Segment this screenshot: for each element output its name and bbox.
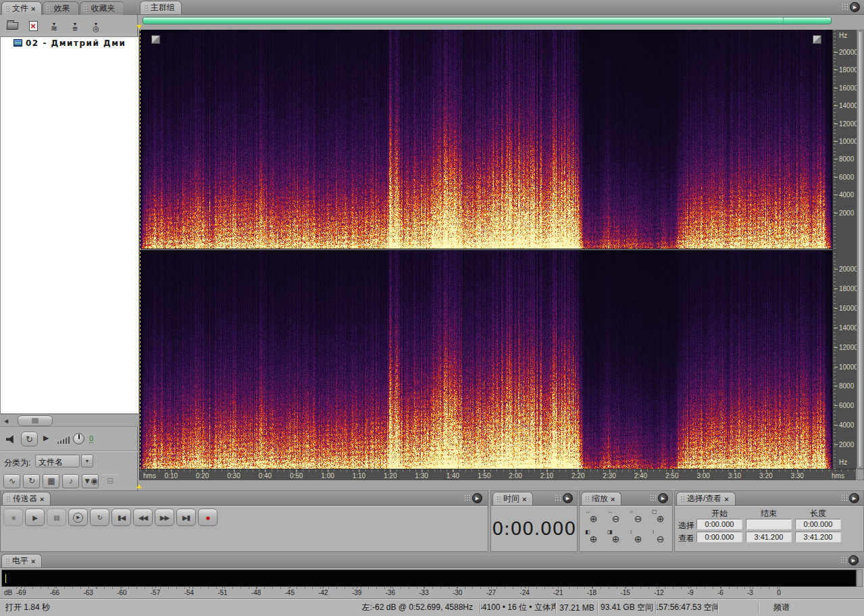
vertical-scrollbar[interactable]: [857, 30, 864, 469]
rewind-button[interactable]: ◀◀: [133, 509, 153, 526]
vscroll-thumb[interactable]: [858, 31, 863, 467]
tab-selection-view[interactable]: 选择/查看 ×: [676, 492, 736, 505]
freq-tick-label: 4000: [839, 421, 854, 429]
sort-by-select[interactable]: 文件名: [35, 455, 80, 467]
playhead-line[interactable]: [140, 30, 141, 469]
sort-dropdown-arrow[interactable]: [81, 455, 93, 467]
panel-menu-grip: [650, 494, 656, 502]
tab-close-button[interactable]: ×: [31, 558, 35, 565]
filter-icon: ▦: [47, 476, 54, 486]
show-midi-files-toggle[interactable]: ♪: [62, 474, 79, 488]
frequency-ruler[interactable]: Hz 2000018000160001400012000100008000600…: [832, 30, 857, 469]
insert-into-cd-button[interactable]: [88, 19, 104, 34]
time-tick-label: 2:50: [665, 472, 678, 480]
time-ruler[interactable]: hms 0:100:200:300:400:501:001:101:201:30…: [139, 469, 856, 480]
row-label-view: 查看: [678, 533, 694, 544]
left-scroll-handle-icon[interactable]: [151, 35, 160, 44]
auto-play-speaker-icon[interactable]: [6, 435, 16, 444]
time-tick-label: 1:30: [415, 472, 428, 480]
zoom-to-selection-button[interactable]: ▢ ⊕: [650, 509, 671, 528]
timeline-hscrollbar[interactable]: [143, 17, 832, 24]
right-scroll-handle-icon[interactable]: [813, 35, 821, 44]
db-tick-label: -51: [218, 589, 227, 596]
levels-panel-menu[interactable]: [840, 555, 859, 565]
tab-levels[interactable]: 电平 ×: [1, 554, 42, 567]
tab-effects[interactable]: 效果: [43, 1, 79, 15]
show-loop-files-toggle[interactable]: ↻: [23, 474, 40, 488]
levels-tabbar: 电平 ×: [0, 553, 864, 568]
spectral-display[interactable]: [139, 30, 832, 469]
tab-close-button[interactable]: ×: [724, 496, 728, 503]
view-end-field[interactable]: 3:41.200: [746, 532, 792, 542]
insert-into-multitrack-button[interactable]: [46, 19, 62, 34]
preview-volume-value[interactable]: 0: [89, 434, 93, 443]
play-button[interactable]: ▶: [25, 509, 45, 526]
main-panel-menu[interactable]: [842, 2, 860, 12]
scroll-thumb[interactable]: [18, 415, 53, 426]
time-tick-label: 3:30: [790, 472, 803, 480]
open-file-button[interactable]: [4, 19, 20, 34]
close-file-button[interactable]: [25, 19, 41, 34]
tab-close-button[interactable]: ×: [31, 5, 35, 12]
tab-files[interactable]: 文件 ×: [1, 1, 42, 15]
fast-forward-button[interactable]: ▶▶: [155, 509, 174, 526]
loop-play-button[interactable]: ↻: [90, 509, 109, 526]
freq-tick-label: 8000: [839, 155, 854, 163]
tab-transport[interactable]: 传送器 ×: [2, 492, 51, 505]
time-tick-label: 0:40: [259, 472, 272, 480]
transport-panel-menu[interactable]: [464, 493, 482, 503]
pause-button[interactable]: ▮▮: [47, 509, 66, 526]
tab-zoom[interactable]: 缩放 ×: [581, 492, 621, 505]
preview-play-button[interactable]: ▶: [43, 434, 49, 442]
zoom-magnifier-icon: ⊖: [657, 534, 665, 544]
levels-panel: 电平 × dB -69-66-63-60-57-54-51-48-45-42-3…: [0, 553, 864, 598]
view-length-field[interactable]: 3:41.200: [795, 532, 841, 542]
level-meter[interactable]: [1, 569, 857, 587]
insert-into-session-button[interactable]: [67, 19, 83, 34]
preview-volume-knob[interactable]: [73, 433, 84, 444]
zoom-in-vertical-button[interactable]: ↕ ⊕: [628, 529, 649, 548]
zoom-in-right-edge-button[interactable]: ◨ ⊕: [605, 529, 626, 548]
go-to-end-button[interactable]: ▶▮: [176, 509, 196, 526]
selection-length-field[interactable]: 0:00.000: [795, 519, 841, 530]
zoom-in-left-edge-button[interactable]: ◧ ⊕: [583, 529, 604, 548]
show-audio-files-toggle[interactable]: ∿: [3, 474, 20, 488]
freq-unit-label: Hz: [839, 459, 847, 466]
tab-time[interactable]: 时间 ×: [492, 492, 533, 505]
stop-button[interactable]: ■: [3, 509, 23, 526]
view-start-field[interactable]: 0:00.000: [696, 532, 742, 542]
volume-bars-icon[interactable]: [57, 436, 71, 444]
tab-favorites[interactable]: 收藏夹: [80, 1, 123, 15]
loop-preview-toggle[interactable]: ↻: [21, 432, 38, 446]
time-minor-ticks: [140, 469, 856, 471]
zoom-out-horizontal-button[interactable]: ↔ ⊖: [605, 509, 626, 528]
scroll-left-arrow[interactable]: ◀: [1, 416, 11, 426]
record-button[interactable]: ●: [198, 509, 218, 526]
db-tick-label: -9: [688, 589, 694, 596]
selection-end-field[interactable]: [746, 519, 792, 530]
go-to-start-button[interactable]: ▮◀: [111, 509, 131, 526]
zoom-out-vertical-button[interactable]: ↕ ⊖: [650, 529, 671, 548]
ruler-bottom-strip: [138, 480, 864, 490]
playhead-bottom-marker[interactable]: [136, 482, 142, 488]
status-cursor-info: 左:-62 dB @ 0:52.699, 4588Hz: [362, 602, 473, 613]
selection-start-field[interactable]: 0:00.000: [696, 519, 742, 530]
tab-close-button[interactable]: ×: [522, 496, 526, 503]
db-tick-label: -30: [453, 589, 462, 596]
zoom-in-horizontal-button[interactable]: ↔ ⊕: [583, 509, 604, 528]
sort-by-label: 分类为:: [4, 457, 30, 469]
zoom-panel-menu[interactable]: [650, 493, 668, 503]
play-from-cursor-button[interactable]: ▶: [68, 509, 88, 526]
cd-extract-icon[interactable]: ⊟: [101, 474, 118, 488]
tab-close-button[interactable]: ×: [40, 496, 44, 503]
selection-panel-menu[interactable]: [841, 493, 859, 503]
zoom-out-full-button[interactable]: ○ ⊖: [628, 509, 649, 528]
show-video-files-toggle[interactable]: ▦: [43, 474, 59, 488]
freq-tick-label: 20000: [839, 49, 858, 56]
spectrogram-canvas[interactable]: [140, 30, 833, 469]
time-panel-menu[interactable]: [555, 493, 573, 503]
tab-close-button[interactable]: ×: [611, 496, 615, 503]
zoom-magnifier-icon: ⊕: [634, 534, 642, 544]
filter-preview-toggle[interactable]: ▼◉: [82, 474, 99, 488]
tab-main-group[interactable]: 主群组: [140, 1, 182, 14]
